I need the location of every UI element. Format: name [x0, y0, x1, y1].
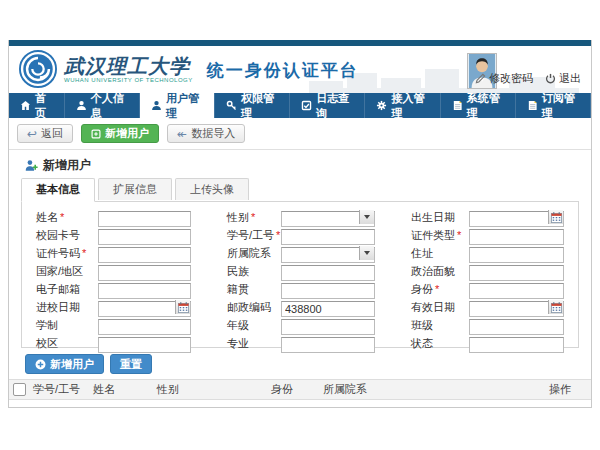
field-5-3-input[interactable]	[469, 283, 564, 299]
toolbar: ↩ 返回 新增用户 ↞ 数据导入	[9, 118, 591, 150]
form-field: 籍贯	[227, 281, 375, 297]
form-field: 电子邮箱	[36, 281, 191, 297]
table-column-header: 操作	[545, 380, 591, 400]
field-input-wrap	[281, 227, 375, 243]
field-3-1-input[interactable]	[98, 247, 191, 263]
field-3-3-input[interactable]	[469, 247, 564, 263]
select-all-checkbox[interactable]	[13, 383, 26, 396]
field-5-1-input[interactable]	[98, 283, 191, 299]
table-column-header: 学号/工号	[29, 380, 89, 400]
tab-1[interactable]: 基本信息	[21, 178, 95, 202]
field-label: 身份*	[411, 282, 469, 297]
field-2-1-input[interactable]	[98, 229, 191, 245]
field-label: 校园卡号	[36, 228, 98, 243]
university-name-en: WUHAN UNIVERSITY OF TECHNOLOGY	[64, 77, 193, 83]
field-8-1-input[interactable]	[98, 337, 191, 353]
circle-plus-icon	[35, 359, 46, 370]
field-input-wrap	[281, 281, 375, 297]
field-4-3-input[interactable]	[469, 265, 564, 281]
tab-2[interactable]: 扩展信息	[98, 178, 172, 200]
reset-button[interactable]: 重置	[110, 354, 152, 374]
table-column-header: 姓名	[89, 380, 153, 400]
field-7-1-input[interactable]	[98, 319, 191, 335]
field-label: 姓名*	[36, 210, 98, 225]
logout-button[interactable]: 退出	[545, 71, 581, 86]
header: 武汉理工大学 WUHAN UNIVERSITY OF TECHNOLOGY 统一…	[9, 46, 591, 93]
main-nav: 首页个人信息用户管理权限管理日志查询接入管理系统管理订阅管理	[9, 93, 591, 118]
field-label: 有效日期	[411, 300, 469, 315]
field-label: 政治面貌	[411, 264, 469, 279]
nav-item-2[interactable]: 个人信息	[65, 93, 140, 118]
nav-item-4[interactable]: 权限管理	[215, 93, 290, 118]
form-field: 校区	[36, 335, 191, 351]
users-table-empty-row	[9, 400, 591, 413]
university-title-block: 武汉理工大学 WUHAN UNIVERSITY OF TECHNOLOGY	[64, 56, 193, 83]
change-password-label: 修改密码	[489, 71, 533, 86]
field-5-2-input[interactable]	[281, 283, 375, 299]
field-1-1-input[interactable]	[98, 211, 191, 227]
submit-add-user-button[interactable]: 新增用户	[25, 354, 104, 374]
field-input-wrap	[281, 335, 375, 351]
nav-item-8[interactable]: 订阅管理	[516, 93, 591, 118]
field-7-3-input[interactable]	[469, 319, 564, 335]
nav-item-5[interactable]: 日志查询	[290, 93, 365, 118]
field-input-wrap	[469, 335, 564, 351]
calendar-icon[interactable]	[175, 300, 190, 314]
field-label: 进校日期	[36, 300, 98, 315]
nav-item-7[interactable]: 系统管理	[441, 93, 516, 118]
table-column-header: 性别	[153, 380, 267, 400]
field-4-2-input[interactable]	[281, 265, 375, 281]
nav-item-6[interactable]: 接入管理	[365, 93, 440, 118]
dropdown-arrow-button[interactable]	[359, 210, 374, 224]
field-8-2-input[interactable]	[281, 337, 375, 353]
users-table-header-row: 学号/工号姓名性别身份所属院系操作	[9, 380, 591, 400]
nav-item-1[interactable]: 首页	[9, 93, 65, 118]
nav-item-label: 用户管理	[166, 91, 203, 121]
field-7-2-input[interactable]	[281, 319, 375, 335]
section-header: 新增用户	[25, 158, 591, 172]
field-label: 年级	[227, 318, 281, 333]
field-label: 邮政编码	[227, 300, 281, 315]
calendar-icon[interactable]	[548, 210, 563, 224]
nav-item-3[interactable]: 用户管理	[140, 93, 215, 118]
new-user-form: 姓名*性别*出生日期校园卡号学号/工号*证件类型*证件号码*所属院系住址国家/地…	[22, 202, 578, 358]
dropdown-arrow-button[interactable]	[359, 246, 374, 260]
nav-item-label: 个人信息	[91, 91, 128, 121]
field-4-1-input[interactable]	[98, 265, 191, 281]
field-6-2-input[interactable]	[281, 301, 375, 317]
field-label: 学号/工号*	[227, 228, 281, 243]
field-2-2-input[interactable]	[281, 229, 375, 245]
form-field: 证件号码*	[36, 245, 191, 261]
form-field: 身份*	[411, 281, 564, 297]
field-label: 电子邮箱	[36, 282, 98, 297]
nav-item-label: 订阅管理	[542, 91, 579, 121]
required-star: *	[60, 211, 64, 223]
field-input-wrap	[469, 263, 564, 279]
form-field: 有效日期	[411, 299, 564, 315]
form-field: 进校日期	[36, 299, 191, 315]
university-logo-icon	[19, 50, 57, 88]
field-input-wrap	[98, 263, 191, 279]
log-icon	[301, 100, 312, 111]
field-2-3-input[interactable]	[469, 229, 564, 245]
field-label: 民族	[227, 264, 281, 279]
back-button[interactable]: ↩ 返回	[17, 124, 73, 143]
form-field: 邮政编码	[227, 299, 375, 315]
data-import-button[interactable]: ↞ 数据导入	[167, 124, 245, 143]
data-import-label: 数据导入	[191, 126, 235, 141]
form-field: 状态	[411, 335, 564, 351]
change-password-button[interactable]: 修改密码	[475, 71, 533, 86]
field-input-wrap	[281, 209, 375, 225]
form-field: 政治面貌	[411, 263, 564, 279]
tab-3[interactable]: 上传头像	[175, 178, 249, 200]
skyline-decoration	[309, 88, 579, 93]
add-user-toolbar-button[interactable]: 新增用户	[81, 124, 159, 143]
import-arrow-icon: ↞	[177, 128, 187, 140]
field-8-3-input[interactable]	[469, 337, 564, 353]
system-icon	[452, 100, 463, 111]
field-label: 证件号码*	[36, 246, 98, 261]
calendar-icon[interactable]	[548, 300, 563, 314]
required-star: *	[82, 247, 86, 259]
form-field: 班级	[411, 317, 564, 333]
field-label: 班级	[411, 318, 469, 333]
